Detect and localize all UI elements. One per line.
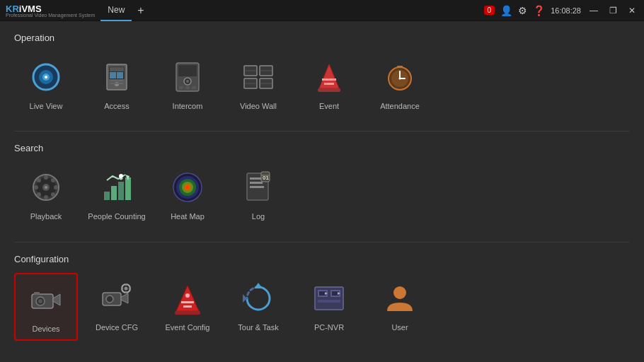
pc-nvr-icon [309, 279, 349, 318]
svg-rect-85 [175, 311, 200, 315]
divider-2 [14, 242, 630, 243]
user-icon-box [380, 279, 420, 318]
tour-task-item[interactable]: Tour & Task [226, 273, 290, 341]
search-grid: Playback [14, 162, 630, 227]
svg-marker-89 [254, 283, 263, 288]
attendance-item[interactable]: Attendance [368, 52, 432, 117]
log-item[interactable]: 01 Log [226, 162, 290, 227]
svg-rect-12 [110, 83, 123, 84]
svg-point-36 [399, 78, 401, 80]
svg-point-46 [37, 178, 41, 182]
svg-rect-9 [117, 72, 123, 78]
devices-item[interactable]: Devices [14, 273, 78, 341]
help-icon[interactable]: ❓ [533, 5, 545, 16]
svg-rect-74 [34, 292, 40, 295]
live-view-label: Live View [30, 101, 63, 111]
event-item[interactable]: Event [297, 52, 361, 117]
svg-rect-83 [129, 287, 131, 289]
svg-point-48 [51, 178, 55, 182]
svg-rect-82 [121, 287, 123, 289]
video-wall-icon [238, 57, 278, 97]
access-label: Access [104, 101, 129, 111]
svg-rect-31 [324, 83, 334, 85]
title-bar-right: 0 👤 ⚙ ❓ 16:08:28 — ❐ ✕ [484, 5, 638, 16]
svg-rect-30 [322, 78, 336, 81]
divider-1 [14, 131, 630, 132]
section-title-configuration: Configuration [14, 254, 630, 264]
user-label: User [391, 322, 408, 332]
svg-rect-94 [318, 300, 340, 303]
event-config-label: Event Config [166, 322, 210, 332]
section-search: Search [14, 143, 630, 227]
log-icon: 01 [238, 168, 278, 207]
device-cfg-item[interactable]: Device CFG [85, 273, 149, 341]
svg-point-3 [45, 76, 47, 78]
event-config-item[interactable]: Event Config [156, 273, 219, 341]
svg-rect-65 [250, 182, 263, 184]
intercom-label: Intercom [173, 101, 203, 111]
svg-point-45 [54, 185, 58, 189]
section-title-search: Search [14, 143, 630, 153]
intercom-item[interactable]: Intercom [156, 52, 219, 117]
event-config-icon [168, 279, 207, 318]
people-counting-label: People Counting [88, 211, 145, 221]
access-icon [97, 57, 137, 97]
heat-map-label: Heat Map [171, 211, 205, 221]
svg-rect-19 [192, 86, 196, 89]
svg-rect-81 [125, 291, 127, 293]
time-display: 16:08:28 [551, 6, 581, 15]
title-bar-left: KRiVMS Professional Video Management Sys… [6, 0, 144, 21]
devices-label: Devices [32, 324, 59, 334]
playback-item[interactable]: Playback [14, 162, 78, 227]
user-icon[interactable]: 👤 [500, 5, 512, 16]
main-content: Operation Live View [0, 21, 644, 362]
section-configuration: Configuration Devices [14, 254, 630, 341]
attendance-icon [380, 57, 420, 97]
restore-button[interactable]: ❐ [606, 6, 620, 16]
logo-wrapper: KRiVMS Professional Video Management Sys… [6, 4, 95, 18]
section-title-operation: Operation [14, 33, 630, 43]
playback-icon [26, 168, 66, 207]
tour-task-icon [238, 279, 278, 318]
svg-point-47 [51, 192, 55, 197]
video-wall-label: Video Wall [240, 101, 277, 111]
heat-map-item[interactable]: Heat Map [156, 162, 219, 227]
attendance-label: Attendance [380, 101, 420, 111]
title-bar: KRiVMS Professional Video Management Sys… [0, 0, 644, 21]
access-item[interactable]: Access [85, 52, 149, 117]
svg-point-61 [186, 186, 190, 189]
close-button[interactable]: ✕ [626, 6, 638, 16]
svg-rect-87 [183, 305, 192, 308]
intercom-icon [168, 57, 207, 97]
svg-point-73 [38, 299, 42, 303]
add-tab-button[interactable]: + [137, 4, 144, 17]
settings-icon[interactable]: ⚙ [518, 5, 527, 16]
svg-point-49 [37, 192, 41, 197]
svg-point-41 [45, 186, 47, 189]
pc-nvr-label: PC-NVR [314, 322, 344, 332]
new-tab[interactable]: New [100, 0, 132, 21]
event-icon [309, 57, 349, 97]
svg-rect-8 [110, 72, 116, 78]
notification-badge[interactable]: 0 [484, 6, 495, 15]
pc-nvr-item[interactable]: PC-NVR [297, 273, 361, 341]
live-view-icon [26, 57, 66, 97]
svg-point-44 [34, 185, 38, 189]
minimize-button[interactable]: — [587, 6, 601, 16]
live-view-item[interactable]: Live View [14, 52, 78, 117]
svg-rect-80 [125, 284, 127, 286]
svg-point-42 [44, 175, 48, 180]
people-counting-item[interactable]: People Counting [85, 162, 149, 227]
user-item[interactable]: User [368, 273, 432, 341]
svg-point-55 [119, 174, 123, 178]
svg-point-43 [44, 195, 48, 199]
device-cfg-icon [97, 279, 137, 318]
section-operation: Operation Live View [14, 33, 630, 117]
configuration-grid: Devices [14, 273, 630, 341]
svg-rect-37 [397, 66, 403, 68]
new-tab-label: New [108, 5, 125, 15]
svg-rect-66 [250, 186, 264, 188]
device-cfg-label: Device CFG [96, 322, 138, 332]
svg-point-79 [125, 286, 128, 290]
video-wall-item[interactable]: Video Wall [226, 52, 290, 117]
